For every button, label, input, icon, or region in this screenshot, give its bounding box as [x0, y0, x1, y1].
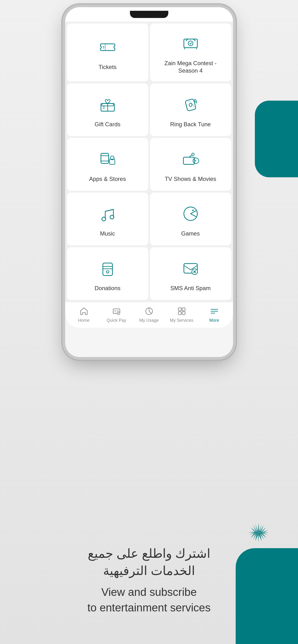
service-item-tickets[interactable]: Tickets	[67, 24, 148, 82]
phone-screen: Tickets	[65, 22, 233, 357]
zain-mega-label: Zain Mega Contest - Season 4	[155, 60, 226, 74]
tv-shows-label: TV Shows & Movies	[165, 175, 216, 182]
service-item-ring-back[interactable]: Ring Back Tune	[150, 84, 231, 136]
my-services-nav-label: My Services	[170, 318, 193, 323]
more-nav-label: More	[209, 318, 219, 323]
my-usage-nav-label: My Usage	[139, 318, 159, 323]
music-label: Music	[100, 230, 115, 237]
tickets-icon	[97, 37, 118, 58]
sms-antispam-icon	[180, 258, 201, 280]
svg-marker-0	[248, 523, 269, 542]
teal-decoration-top	[255, 100, 298, 177]
my-usage-icon	[144, 306, 154, 316]
svg-point-22	[102, 217, 106, 221]
phone-notch	[130, 11, 168, 18]
svg-point-19	[192, 153, 194, 156]
games-icon	[180, 204, 201, 225]
english-description: View and subscribeto entertainment servi…	[19, 584, 279, 615]
svg-rect-37	[182, 308, 185, 311]
svg-rect-14	[101, 153, 109, 164]
more-icon	[209, 306, 220, 316]
service-item-apps-stores[interactable]: Apps & Stores	[67, 138, 148, 191]
phone-top-bar	[65, 7, 233, 22]
sms-antispam-label: SMS Anti Spam	[170, 284, 210, 292]
svg-point-23	[110, 215, 114, 219]
donations-icon	[97, 258, 118, 280]
zain-mega-icon	[180, 33, 201, 54]
svg-rect-36	[178, 308, 181, 311]
service-item-zain-mega[interactable]: Zain Mega Contest - Season 4	[150, 24, 231, 82]
apps-stores-label: Apps & Stores	[89, 175, 126, 182]
nav-item-my-services[interactable]: My Services	[165, 306, 198, 323]
services-grid: Tickets	[65, 22, 233, 302]
starburst-icon-1	[248, 522, 269, 544]
music-icon	[97, 204, 118, 225]
background: Tickets	[0, 0, 298, 644]
phone-mockup: Tickets	[58, 0, 240, 357]
starburst-icon-2	[243, 553, 257, 567]
svg-point-13	[189, 104, 192, 106]
home-nav-label: Home	[78, 318, 89, 323]
service-item-gift-cards[interactable]: Gift Cards	[67, 84, 148, 136]
svg-point-25	[192, 210, 194, 211]
ring-back-icon	[180, 94, 201, 116]
nav-item-home[interactable]: Home	[68, 306, 100, 323]
nav-item-my-usage[interactable]: My Usage	[133, 306, 165, 323]
my-services-icon	[176, 306, 187, 316]
nav-item-quick-pay[interactable]: Quick Pay	[100, 306, 133, 323]
arabic-description: اشترك واطلع على جميعالخدمات الترفيهية	[19, 545, 279, 580]
svg-rect-26	[103, 263, 112, 276]
service-item-games[interactable]: Games	[150, 192, 231, 245]
service-item-donations[interactable]: Donations	[67, 247, 148, 300]
tv-shows-icon	[180, 149, 201, 170]
svg-rect-39	[182, 312, 185, 314]
bottom-navigation: Home Quick Pay	[65, 302, 233, 328]
games-label: Games	[181, 230, 200, 237]
nav-item-more[interactable]: More	[198, 306, 231, 323]
svg-rect-38	[178, 312, 181, 314]
donations-label: Donations	[95, 284, 120, 292]
svg-line-24	[105, 210, 113, 211]
service-item-tv-shows[interactable]: TV Shows & Movies	[150, 138, 231, 191]
gift-cards-icon	[97, 94, 118, 116]
phone-frame: Tickets	[65, 7, 233, 357]
quick-pay-nav-label: Quick Pay	[106, 318, 126, 323]
service-item-music[interactable]: Music	[67, 192, 148, 245]
quick-pay-icon	[111, 306, 122, 316]
ring-back-label: Ring Back Tune	[170, 120, 211, 128]
apps-stores-icon	[97, 149, 118, 170]
svg-marker-1	[243, 554, 256, 566]
service-item-sms-antispam[interactable]: SMS Anti Spam	[150, 247, 231, 300]
gift-cards-label: Gift Cards	[95, 120, 120, 128]
tickets-label: Tickets	[99, 63, 117, 71]
home-icon	[79, 306, 89, 316]
bottom-text-section: اشترك واطلع على جميعالخدمات الترفيهية Vi…	[0, 535, 298, 625]
